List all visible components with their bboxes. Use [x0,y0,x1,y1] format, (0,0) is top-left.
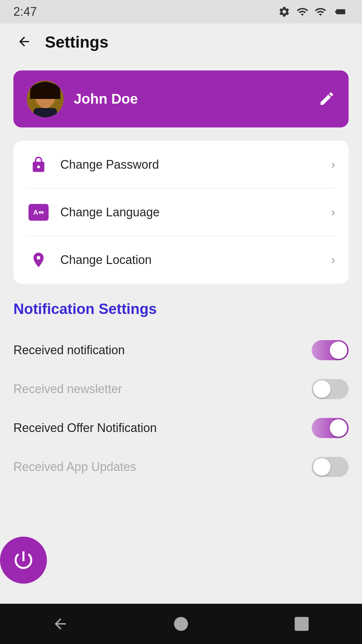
wifi-icon [296,6,309,18]
received-newsletter-item: Received newsletter [13,370,349,409]
received-newsletter-label: Received newsletter [13,382,122,396]
avatar [27,80,64,117]
chevron-right-icon-3: › [331,253,335,267]
chevron-right-icon: › [331,158,335,172]
received-newsletter-toggle[interactable] [312,379,349,399]
nav-back-button[interactable] [52,615,69,632]
svg-point-5 [174,617,188,631]
toggle-knob-3 [330,419,347,437]
toggle-knob [330,341,347,359]
received-updates-label: Received App Updates [13,460,136,474]
profile-left: John Doe [27,80,138,117]
battery-icon [332,6,349,18]
change-language-label: Change Language [50,205,331,219]
received-updates-item: Received App Updates [13,447,349,486]
top-bar: Settings [0,23,362,60]
nav-home-button[interactable] [173,615,189,632]
svg-point-2 [37,88,54,108]
svg-point-1 [35,81,56,100]
power-button[interactable] [0,537,47,584]
svg-rect-3 [34,108,57,117]
edit-profile-button[interactable] [318,90,335,108]
status-time: 2:47 [13,5,37,19]
svg-rect-6 [295,617,309,631]
change-password-item[interactable]: Change Password › [13,141,349,189]
change-location-item[interactable]: Change Location › [13,236,349,284]
received-offer-label: Received Offer Notification [13,421,157,435]
signal-icon [314,6,326,18]
profile-card: John Doe [13,70,349,127]
avatar-image [27,80,64,117]
notification-settings-section: Notification Settings Received notificat… [0,284,362,486]
received-updates-toggle[interactable] [312,457,349,477]
profile-name: John Doe [74,91,138,107]
chevron-right-icon-2: › [331,205,335,219]
change-language-item[interactable]: A⇔ Change Language › [13,189,349,236]
received-notification-toggle[interactable] [312,340,349,360]
toggle-knob-2 [313,380,330,398]
svg-point-4 [42,102,49,105]
nav-recent-button[interactable] [293,615,310,632]
received-offer-item: Received Offer Notification [13,409,349,447]
received-notification-item: Received notification [13,331,349,370]
page-title: Settings [45,33,108,51]
language-icon: A⇔ [27,201,50,224]
settings-status-icon [278,6,290,18]
lock-icon [27,153,50,176]
location-icon [27,248,50,272]
back-button[interactable] [13,31,35,53]
received-notification-label: Received notification [13,343,125,357]
bottom-nav [0,604,362,644]
status-icons [278,6,349,18]
notification-settings-title: Notification Settings [13,301,349,317]
change-location-label: Change Location [50,253,331,267]
received-offer-toggle[interactable] [312,418,349,438]
toggle-knob-4 [313,458,330,476]
status-bar: 2:47 [0,0,362,23]
settings-card: Change Password › A⇔ Change Language › C… [13,141,349,284]
change-password-label: Change Password [50,158,331,172]
